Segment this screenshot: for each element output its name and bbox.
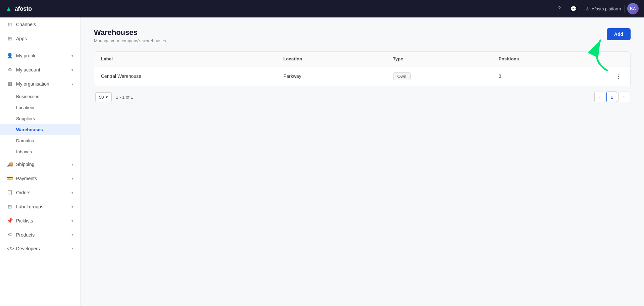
products-icon: 🏷 (7, 232, 13, 238)
platform-label: Afosto platform (592, 6, 621, 11)
table-header-row: Label Location Type Positions (94, 52, 630, 66)
sidebar-subitem-suppliers[interactable]: Suppliers (0, 113, 80, 124)
pagination-right: ‹ 1 › (594, 92, 629, 102)
sidebar-subitem-warehouses[interactable]: Warehouses (0, 124, 80, 135)
chevron-down-icon: ▾ (71, 54, 73, 58)
warehouses-table-container: Label Location Type Positions Central Wa… (94, 51, 631, 86)
businesses-label: Businesses (16, 94, 39, 99)
sidebar-subitem-domains[interactable]: Domains (0, 135, 80, 146)
sidebar-item-label-groups[interactable]: ⊟ Label groups ▾ (0, 200, 80, 214)
col-header-type: Type (386, 52, 492, 66)
profile-icon: 👤 (7, 53, 13, 59)
account-icon: ⚙ (7, 67, 13, 73)
page-title-area: Warehouses Manage your company's warehou… (94, 28, 166, 43)
sidebar-item-my-organisation[interactable]: ▦ My organisation ▴ (0, 77, 80, 91)
help-button[interactable]: ? (554, 3, 565, 14)
row-menu-button[interactable]: ⋮ (613, 71, 624, 81)
sidebar-item-shipping[interactable]: 🚚 Shipping ▾ (0, 157, 80, 171)
user-avatar[interactable]: KA (627, 3, 639, 14)
sidebar-label-products: Products (16, 232, 35, 238)
per-page-chevron: ▾ (106, 95, 108, 100)
sidebar-label-my-organisation: My organisation (16, 81, 49, 87)
cell-label: Central Warehouse (94, 66, 277, 86)
sidebar-item-orders[interactable]: 📋 Orders ▾ (0, 186, 80, 200)
pagination-left: 50 ▾ 1 - 1 of 1 (95, 92, 133, 102)
logo-icon: ▲ (5, 5, 12, 13)
current-page: 1 (606, 92, 617, 102)
main-layout: ⊡ Channels ⊞ Apps 👤 My profile ▾ ⚙ My ac… (0, 17, 644, 306)
chevron-down-icon-6: ▾ (71, 205, 73, 209)
platform-button[interactable]: ⚠ Afosto platform (582, 4, 625, 13)
sidebar-label-channels: Channels (16, 22, 36, 27)
table-header: Label Location Type Positions (94, 52, 630, 66)
sidebar-item-channels[interactable]: ⊡ Channels (0, 17, 80, 32)
topnav-right: ? 💬 ⚠ Afosto platform KA (554, 3, 639, 14)
warehouses-table: Label Location Type Positions Central Wa… (94, 52, 630, 86)
per-page-select[interactable]: 50 ▾ (95, 92, 112, 102)
sidebar-subitem-inboxes[interactable]: Inboxes (0, 146, 80, 157)
locations-label: Locations (16, 105, 36, 110)
warehouses-label: Warehouses (16, 127, 43, 132)
sidebar-label-label-groups: Label groups (16, 204, 43, 209)
col-header-positions: Positions (492, 52, 607, 66)
orders-icon: 📋 (7, 190, 13, 196)
sidebar-item-products[interactable]: 🏷 Products ▾ (0, 228, 80, 242)
sidebar-label-my-profile: My profile (16, 53, 37, 58)
col-header-actions (607, 52, 630, 66)
page-title: Warehouses (94, 28, 166, 37)
cell-positions: 0 (492, 66, 607, 86)
sidebar-subitem-businesses[interactable]: Businesses (0, 91, 80, 102)
chevron-up-icon: ▴ (71, 82, 73, 86)
label-groups-icon: ⊟ (7, 204, 13, 210)
sidebar-item-apps[interactable]: ⊞ Apps (0, 32, 80, 46)
developers-icon: </> (7, 246, 13, 251)
suppliers-label: Suppliers (16, 116, 35, 121)
sidebar-label-picklists: Picklists (16, 218, 33, 223)
chevron-down-icon-4: ▾ (71, 176, 73, 181)
type-badge: Own (393, 72, 411, 80)
cell-type: Own (386, 66, 492, 86)
top-navigation: ▲ afosto ? 💬 ⚠ Afosto platform KA (0, 0, 644, 17)
next-page-button[interactable]: › (619, 92, 629, 102)
sidebar-label-apps: Apps (16, 36, 27, 41)
warning-icon: ⚠ (586, 6, 590, 11)
sidebar-item-my-profile[interactable]: 👤 My profile ▾ (0, 49, 80, 63)
chevron-down-icon-5: ▾ (71, 191, 73, 195)
sidebar-item-payments[interactable]: 💳 Payments ▾ (0, 171, 80, 186)
col-header-location: Location (277, 52, 386, 66)
sidebar-item-my-account[interactable]: ⚙ My account ▾ (0, 63, 80, 77)
chevron-down-icon-2: ▾ (71, 68, 73, 72)
add-button[interactable]: Add (607, 28, 631, 40)
per-page-value: 50 (99, 95, 104, 100)
sidebar-divider-1 (0, 47, 80, 47)
apps-icon: ⊞ (7, 36, 13, 42)
cell-actions: ⋮ (607, 66, 630, 86)
sidebar: ⊡ Channels ⊞ Apps 👤 My profile ▾ ⚙ My ac… (0, 17, 80, 306)
sidebar-label-developers: Developers (16, 246, 40, 251)
sidebar-label-my-account: My account (16, 67, 40, 72)
sidebar-item-picklists[interactable]: 📌 Picklists ▾ (0, 214, 80, 228)
domains-label: Domains (16, 138, 34, 143)
sidebar-subitem-locations[interactable]: Locations (0, 102, 80, 113)
picklists-icon: 📌 (7, 218, 13, 224)
organisation-icon: ▦ (7, 81, 13, 87)
table-row: Central Warehouse Parkway Own 0 ⋮ (94, 66, 630, 86)
sidebar-label-orders: Orders (16, 190, 31, 195)
cell-location: Parkway (277, 66, 386, 86)
chevron-down-icon-8: ▾ (71, 233, 73, 237)
chat-button[interactable]: 💬 (568, 3, 579, 14)
prev-page-button[interactable]: ‹ (594, 92, 605, 102)
chevron-down-icon-3: ▾ (71, 162, 73, 167)
shipping-icon: 🚚 (7, 161, 13, 167)
sidebar-label-payments: Payments (16, 176, 37, 181)
logo-area: ▲ afosto (5, 5, 32, 13)
page-subtitle: Manage your company's warehouses (94, 38, 166, 43)
chevron-down-icon-7: ▾ (71, 219, 73, 223)
col-header-label: Label (94, 52, 277, 66)
sidebar-item-developers[interactable]: </> Developers ▾ (0, 242, 80, 255)
logo-text: afosto (15, 5, 32, 12)
payments-icon: 💳 (7, 175, 13, 182)
channels-icon: ⊡ (7, 21, 13, 28)
main-content: Warehouses Manage your company's warehou… (80, 17, 644, 306)
page-header: Warehouses Manage your company's warehou… (94, 28, 631, 43)
